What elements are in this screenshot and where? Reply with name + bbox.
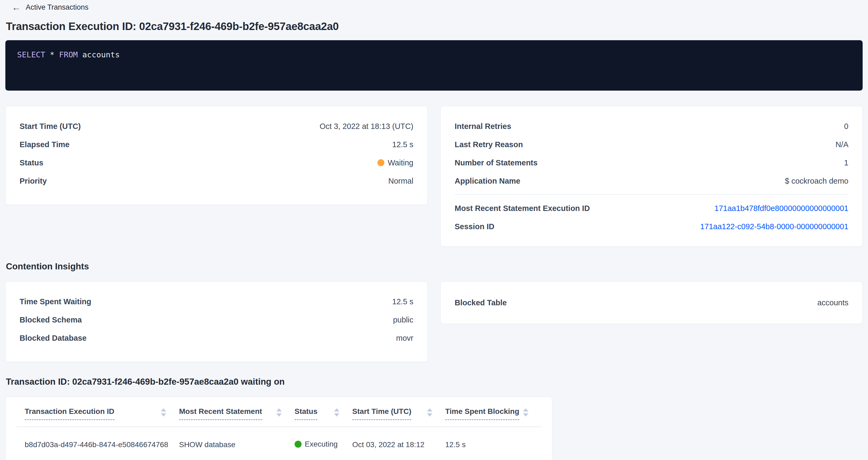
sort-icon[interactable]	[161, 408, 166, 417]
column-label: Transaction Execution ID	[25, 407, 115, 420]
summary-card-right: Internal Retries 0 Last Retry Reason N/A…	[440, 106, 863, 247]
column-header-status[interactable]: Status	[294, 397, 352, 427]
summary-row: Number of Statements 1	[455, 154, 848, 172]
row-label: Session ID	[455, 222, 494, 231]
sort-icon[interactable]	[427, 408, 432, 417]
row-label: Priority	[20, 177, 47, 185]
contention-row: Blocked Table accounts	[455, 294, 848, 312]
elapsed-time-value: 12.5 s	[392, 140, 413, 149]
row-label: Time Spent Waiting	[20, 297, 91, 306]
sql-table-name: accounts	[82, 50, 120, 59]
column-label: Most Recent Statement	[179, 407, 262, 420]
cell-status: Executing	[294, 427, 352, 460]
breadcrumb[interactable]: ← Active Transactions	[0, 0, 868, 12]
row-label: Blocked Table	[455, 298, 507, 307]
contention-section: Time Spent Waiting 12.5 s Blocked Schema…	[5, 281, 863, 362]
sql-keyword: FROM	[59, 50, 78, 59]
row-label: Number of Statements	[455, 158, 537, 167]
cell-time-blocking: 12.5 s	[445, 427, 541, 460]
row-label: Most Recent Statement Execution ID	[455, 204, 590, 213]
contention-row: Time Spent Waiting 12.5 s	[20, 293, 413, 311]
summary-section: Start Time (UTC) Oct 3, 2022 at 18:13 (U…	[5, 106, 863, 247]
summary-row: Internal Retries 0	[455, 117, 848, 135]
column-header-transaction-execution-id[interactable]: Transaction Execution ID	[17, 397, 179, 427]
waiting-on-heading: Transaction ID: 02ca7931-f246-469b-b2fe-…	[6, 376, 868, 387]
row-label: Internal Retries	[455, 122, 511, 131]
sql-keyword: SELECT	[17, 50, 45, 59]
blocked-table-value: accounts	[817, 298, 848, 307]
status-waiting-dot-icon	[377, 159, 384, 166]
row-label: Application Name	[455, 177, 520, 185]
column-header-time-spent-blocking[interactable]: Time Spent Blocking	[445, 397, 541, 427]
application-name-value: $ cockroach demo	[785, 177, 848, 185]
transaction-details-page: ← Active Transactions Transaction Execut…	[0, 0, 868, 460]
summary-row: Session ID 171aa122-c092-54b8-0000-00000…	[455, 217, 848, 236]
summary-row: Last Retry Reason N/A	[455, 135, 848, 154]
summary-row: Most Recent Statement Execution ID 171aa…	[455, 199, 848, 217]
cell-start-time: Oct 03, 2022 at 18:12	[352, 427, 445, 460]
page-title: Transaction Execution ID: 02ca7931-f246-…	[6, 20, 868, 33]
blocked-database-value: movr	[396, 334, 413, 343]
summary-row: Elapsed Time 12.5 s	[20, 135, 413, 154]
row-label: Elapsed Time	[20, 140, 69, 149]
cell-statement: SHOW database	[179, 427, 294, 460]
row-label: Last Retry Reason	[455, 140, 523, 149]
contention-row: Blocked Schema public	[20, 311, 413, 329]
sort-icon[interactable]	[523, 408, 528, 417]
sort-icon[interactable]	[276, 408, 282, 417]
contention-row: Blocked Database movr	[20, 329, 413, 347]
status-executing-dot-icon	[294, 441, 302, 448]
statement-count-value: 1	[844, 158, 848, 167]
column-label: Start Time (UTC)	[352, 407, 411, 420]
status-value: Waiting	[388, 158, 413, 167]
status-value: Executing	[305, 440, 338, 449]
column-header-most-recent-statement[interactable]: Most Recent Statement	[179, 397, 294, 427]
priority-value: Normal	[389, 177, 413, 185]
time-spent-waiting-value: 12.5 s	[392, 297, 413, 306]
back-arrow-icon[interactable]: ←	[12, 3, 21, 12]
internal-retries-value: 0	[844, 122, 848, 131]
summary-row: Priority Normal	[20, 172, 413, 190]
row-label: Blocked Database	[20, 334, 87, 343]
column-label: Status	[294, 407, 318, 420]
row-label: Start Time (UTC)	[20, 122, 81, 131]
row-label: Status	[20, 158, 43, 167]
waiting-on-table-card: Transaction Execution ID Most Recent Sta…	[5, 397, 552, 460]
summary-card-left: Start Time (UTC) Oct 3, 2022 at 18:13 (U…	[5, 106, 428, 205]
summary-row: Start Time (UTC) Oct 3, 2022 at 18:13 (U…	[20, 117, 413, 135]
column-header-start-time[interactable]: Start Time (UTC)	[352, 397, 445, 427]
back-link[interactable]: Active Transactions	[26, 3, 89, 11]
table-header-row: Transaction Execution ID Most Recent Sta…	[17, 397, 541, 427]
status-badge: Waiting	[377, 158, 413, 167]
summary-row: Status Waiting	[20, 154, 413, 172]
sql-statement-box: SELECT*FROMaccounts	[5, 40, 863, 91]
blocked-schema-value: public	[393, 315, 413, 324]
statement-execution-id-link[interactable]: 171aa1b478fdf0e80000000000000001	[714, 204, 848, 213]
column-label: Time Spent Blocking	[445, 407, 519, 420]
cell-execution-id: b8d7d03a-d497-446b-8474-e50846674768	[17, 427, 179, 460]
start-time-value: Oct 3, 2022 at 18:13 (UTC)	[319, 122, 413, 131]
contention-card-right: Blocked Table accounts	[440, 281, 863, 324]
waiting-on-table: Transaction Execution ID Most Recent Sta…	[17, 397, 541, 460]
card-divider	[455, 194, 848, 195]
session-id-link[interactable]: 171aa122-c092-54b8-0000-000000000001	[700, 222, 848, 231]
status-badge: Executing	[294, 440, 338, 449]
table-row: b8d7d03a-d497-446b-8474-e50846674768 SHO…	[17, 427, 541, 460]
last-retry-reason-value: N/A	[836, 140, 848, 149]
sort-icon[interactable]	[334, 408, 339, 417]
summary-row: Application Name $ cockroach demo	[455, 172, 848, 190]
row-label: Blocked Schema	[20, 315, 82, 324]
contention-insights-heading: Contention Insights	[6, 261, 868, 272]
sql-operator: *	[50, 50, 54, 59]
contention-card-left: Time Spent Waiting 12.5 s Blocked Schema…	[5, 281, 428, 362]
